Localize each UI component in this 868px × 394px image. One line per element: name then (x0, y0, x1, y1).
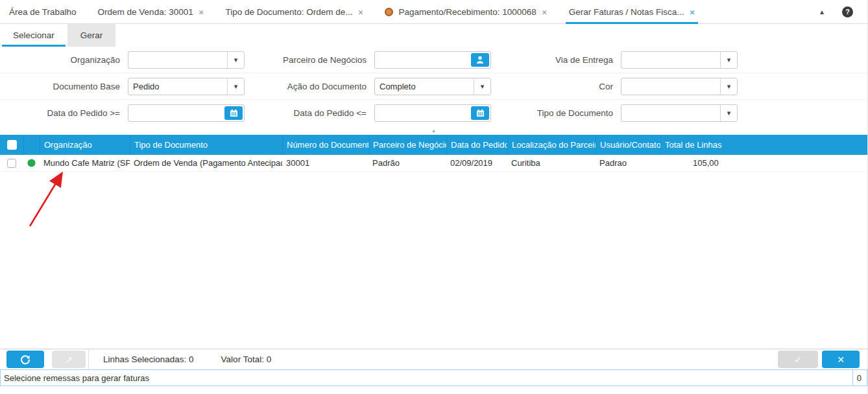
tab-selecionar[interactable]: Selecionar (0, 24, 67, 47)
tab-label: Pagamento/Recebimento: 1000068 (398, 7, 536, 17)
acao-do-documento-combobox[interactable]: Completo ▾ (374, 78, 491, 95)
bottom-gap (0, 386, 867, 394)
chevron-down-icon[interactable]: ▾ (227, 78, 244, 95)
refresh-button[interactable] (6, 351, 44, 368)
tab-pagamento-recebimento[interactable]: Pagamento/Recebimento: 1000068 ✕ (385, 0, 547, 23)
subtab-label: Selecionar (13, 30, 54, 40)
close-icon[interactable]: ✕ (542, 8, 548, 16)
combobox-value[interactable] (621, 52, 720, 68)
field-via-de-entrega: Via de Entrega ▾ (491, 51, 867, 69)
calendar-icon (230, 109, 238, 117)
combobox-value[interactable]: Pedido (128, 78, 227, 95)
expand-record-button[interactable]: ↗ (52, 351, 86, 368)
tab-label: Gerar Faturas / Notas Fisca... (569, 7, 684, 17)
filter-row-3: Data do Pedido >= (0, 100, 867, 126)
calendar-picker-button[interactable] (471, 106, 489, 120)
field-documento-base: Documento Base Pedido ▾ (0, 78, 245, 95)
select-all-checkbox[interactable] (7, 140, 17, 150)
chevron-down-icon[interactable]: ▾ (720, 105, 737, 121)
filter-row-2: Documento Base Pedido ▾ Ação do Document… (0, 73, 867, 100)
row-cell-parceiro: Padrão (368, 155, 446, 171)
column-header[interactable]: Localização do Parceiro (507, 135, 596, 155)
field-data-do-pedido-ate: Data do Pedido <= (245, 104, 491, 122)
column-header[interactable]: Total de Linhas (660, 135, 867, 155)
data-pedido-ate-input[interactable] (374, 104, 491, 122)
column-header[interactable]: Usuário/Contato (596, 135, 660, 155)
row-cell-usuario: Padrao (596, 155, 660, 171)
field-label: Parceiro de Negócios (283, 55, 367, 65)
process-subtabs: Selecionar Gerar (0, 24, 867, 47)
field-organizacao: Organização ▾ (0, 51, 245, 69)
selected-lines-label: Linhas Selecionadas: 0 (103, 354, 194, 364)
column-header[interactable]: Tipo de Documento (130, 135, 282, 155)
tab-gerar-faturas[interactable]: Gerar Faturas / Notas Fisca... ✕ (569, 0, 695, 23)
collapse-header-icon[interactable]: ▴ (820, 7, 824, 16)
chevron-down-icon[interactable]: ▾ (720, 78, 737, 95)
column-header[interactable]: Data do Pedido (446, 135, 507, 155)
via-de-entrega-combobox[interactable]: ▾ (621, 51, 738, 69)
cor-combobox[interactable]: ▾ (621, 78, 738, 95)
field-label: Organização (70, 55, 120, 65)
tab-label: Área de Trabalho (9, 7, 77, 17)
table-row[interactable]: Mundo Cafe Matriz (SP) Ordem de Venda (P… (0, 155, 867, 172)
close-icon[interactable]: ✕ (358, 8, 364, 16)
row-checkbox[interactable] (7, 159, 16, 168)
status-dot-icon (27, 158, 36, 168)
row-cell-data-pedido: 02/09/2019 (446, 155, 507, 171)
tab-tipo-de-documento[interactable]: Tipo de Documento: Ordem de... ✕ (226, 0, 364, 23)
bottom-toolbar: ↗ Linhas Selecionadas: 0 Valor Total: 0 … (0, 349, 867, 369)
help-icon[interactable]: ? (842, 6, 853, 17)
parceiro-lookup-input[interactable] (374, 51, 491, 69)
calendar-picker-button[interactable] (224, 106, 243, 120)
chevron-down-icon[interactable]: ▾ (474, 78, 490, 95)
tab-label: Tipo de Documento: Ordem de... (226, 7, 353, 17)
documento-base-combobox[interactable]: Pedido ▾ (128, 78, 245, 95)
payment-icon (385, 8, 393, 16)
column-header[interactable]: Número do Documento (282, 135, 368, 155)
tabbar-right-controls: ▴ ? (820, 6, 858, 17)
row-cell-total-linhas: 105,00 (660, 155, 867, 171)
table-header-row: Organização Tipo de Documento Número do … (0, 135, 867, 155)
confirm-button[interactable]: ✓ (778, 351, 818, 368)
field-label: Cor (599, 82, 613, 91)
tab-label: Ordem de Venda: 30001 (98, 7, 193, 17)
subtab-label: Gerar (80, 30, 103, 40)
close-icon[interactable]: ✕ (689, 8, 695, 16)
field-acao-do-documento: Ação do Documento Completo ▾ (245, 78, 491, 95)
splitter-grip-icon[interactable]: ▴ (432, 128, 435, 133)
chevron-down-icon[interactable]: ▾ (227, 52, 244, 68)
invoice-generation-window: Área de Trabalho Ordem de Venda: 30001 ✕… (0, 0, 868, 394)
field-cor: Cor ▾ (491, 78, 867, 95)
close-icon: ✕ (837, 354, 845, 365)
arrow-up-right-icon: ↗ (65, 354, 73, 365)
combobox-value[interactable]: Completo (375, 78, 474, 95)
field-label: Tipo de Documento (537, 108, 613, 118)
header-cell-status (23, 135, 40, 155)
tab-gerar[interactable]: Gerar (67, 24, 116, 47)
column-header[interactable]: Organização (40, 135, 130, 155)
status-message: Selecione remessas para gerar faturas (1, 373, 852, 383)
filter-row-1: Organização ▾ Parceiro de Negócios (0, 47, 867, 73)
results-table: Organização Tipo de Documento Número do … (0, 135, 867, 349)
header-cell-select (0, 135, 23, 155)
combobox-value[interactable] (128, 52, 227, 68)
tab-area-de-trabalho[interactable]: Área de Trabalho (9, 0, 77, 23)
column-header[interactable]: Parceiro de Negócios (368, 135, 446, 155)
combobox-value[interactable] (621, 105, 720, 121)
field-tipo-de-documento: Tipo de Documento ▾ (491, 104, 867, 122)
row-cell-organizacao: Mundo Cafe Matriz (SP) (40, 155, 130, 171)
check-icon: ✓ (794, 354, 802, 365)
business-partner-search-button[interactable] (471, 53, 489, 67)
total-value-label: Valor Total: 0 (221, 354, 272, 364)
close-icon[interactable]: ✕ (199, 8, 204, 16)
row-cell-tipo-documento: Ordem de Venda (Pagamento Antecipado) (130, 155, 282, 171)
organizacao-combobox[interactable]: ▾ (128, 51, 245, 69)
cancel-button[interactable]: ✕ (822, 351, 860, 368)
chevron-down-icon[interactable]: ▾ (720, 52, 737, 68)
row-cell-numero-documento: 30001 (282, 155, 368, 171)
combobox-value[interactable] (621, 78, 720, 95)
status-bar: Selecione remessas para gerar faturas 0 (0, 369, 867, 386)
tab-ordem-de-venda[interactable]: Ordem de Venda: 30001 ✕ (98, 0, 204, 23)
tipo-de-documento-combobox[interactable]: ▾ (621, 104, 738, 122)
data-pedido-de-input[interactable] (128, 104, 245, 122)
